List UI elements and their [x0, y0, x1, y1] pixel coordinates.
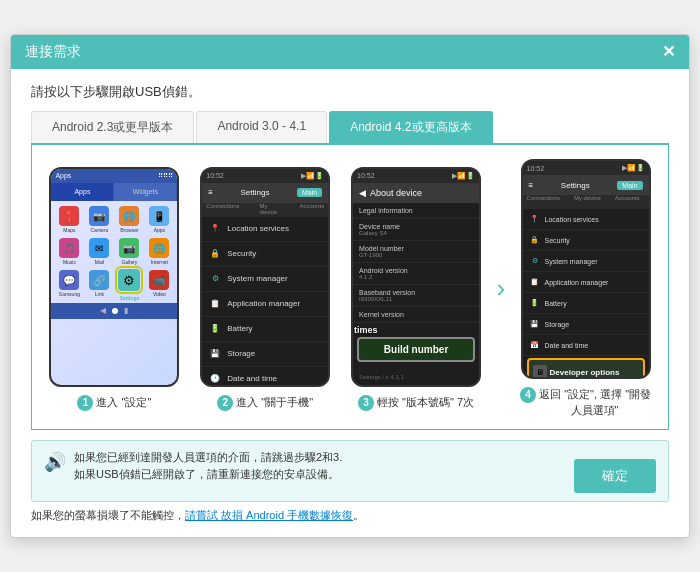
phone2-item-app: 📋 Application manager	[202, 292, 328, 317]
phone-4: 10:52 ▶📶🔋 ≡ Settings Main Connections My…	[521, 159, 651, 379]
tab-bar: Android 2.3或更早版本 Android 3.0 - 4.1 Andro…	[31, 111, 669, 145]
title-bar: 連接需求 ✕	[11, 35, 689, 69]
settings-icon: ⚙	[118, 269, 140, 291]
phone2-item-date: 🕐 Date and time	[202, 367, 328, 385]
step-3-label: 3輕按 "版本號碼" 7次	[358, 395, 474, 411]
close-button[interactable]: ✕	[662, 44, 675, 60]
tab-android23[interactable]: Android 2.3或更早版本	[31, 111, 194, 143]
footer-area: 如果您的螢幕損壞了不能觸控，請嘗試 故損 Android 手機數據恢復。	[31, 508, 669, 527]
step-1: Apps ⠿⠿⠿ Apps Widgets 📍 Maps	[42, 167, 187, 411]
phone-2: 10:52 ▶📶🔋 ≡ Settings Main Connections My…	[200, 167, 330, 387]
app-icon-8: 🌐 Internet	[145, 237, 173, 267]
phone2-item-system: ⚙ System manager	[202, 267, 328, 292]
phone2-screen: 10:52 ▶📶🔋 ≡ Settings Main Connections My…	[202, 169, 328, 385]
phone4-statusbar: 10:52 ▶📶🔋	[523, 161, 649, 175]
phone4-date: 📅 Date and time	[523, 335, 649, 356]
phone4-screen: 10:52 ▶📶🔋 ≡ Settings Main Connections My…	[523, 161, 649, 377]
phone2-item-battery: 🔋 Battery	[202, 317, 328, 342]
phone1-tabs: Apps Widgets	[51, 183, 177, 201]
app-icon-9: 💬 Samsung	[55, 269, 83, 299]
phone3-legal: Legal information	[353, 203, 479, 219]
phone3-model: Model number GT-1900	[353, 241, 479, 263]
footer-text: 如果您的螢幕損壞了不能觸控，請嘗試 故損 Android 手機數據恢復。	[31, 508, 364, 523]
step-1-label: 1進入 "設定"	[77, 395, 151, 411]
phone3-header: ◀ About device	[353, 183, 479, 203]
dialog-title: 連接需求	[25, 43, 81, 61]
app-icon-7: 📷 Gallery	[115, 237, 143, 267]
next-arrow-button[interactable]: ›	[494, 273, 507, 304]
phone2-item-location: 📍 Location services	[202, 217, 328, 242]
app-icon-4: 📱 Apps	[145, 205, 173, 235]
confirm-btn-area: 確定	[574, 449, 656, 493]
phone2-header: ≡ Settings Main	[202, 183, 328, 203]
step-4: 10:52 ▶📶🔋 ≡ Settings Main Connections My…	[513, 159, 658, 418]
app-icon-1: 📍 Maps	[55, 205, 83, 235]
tab-android42[interactable]: Android 4.2或更高版本	[329, 111, 492, 143]
phone3-screen: 10:52 ▶📶🔋 ◀ About device Legal informati…	[353, 169, 479, 385]
phone1-statusbar: Apps ⠿⠿⠿	[51, 169, 177, 183]
connection-dialog: 連接需求 ✕ 請按以下步驟開啟USB偵錯。 Android 2.3或更早版本 A…	[10, 34, 690, 537]
phone3-device-name: Device name Galaxy S4	[353, 219, 479, 241]
phone2-item-storage: 💾 Storage	[202, 342, 328, 367]
phone1-tab-apps: Apps	[51, 183, 114, 201]
subtitle: 請按以下步驟開啟USB偵錯。	[31, 83, 669, 101]
tab-android30[interactable]: Android 3.0 - 4.1	[196, 111, 327, 143]
build-number-highlight: Build number	[357, 337, 475, 362]
phone4-battery: 🔋 Battery	[523, 293, 649, 314]
footer-link[interactable]: 請嘗試 故損 Android 手機數據恢復	[185, 509, 353, 521]
app-icon-5: 🎵 Music	[55, 237, 83, 267]
note-text: 如果您已經到達開發人員選項的介面，請跳過步驟2和3. 如果USB偵錯已經開啟了，…	[74, 449, 342, 484]
app-icon-10: 🔗 Link	[85, 269, 113, 299]
phone4-storage: 💾 Storage	[523, 314, 649, 335]
phone3-statusbar: 10:52 ▶📶🔋	[353, 169, 479, 183]
step-2: 10:52 ▶📶🔋 ≡ Settings Main Connections My…	[193, 167, 338, 411]
dialog-body: 請按以下步驟開啟USB偵錯。 Android 2.3或更早版本 Android …	[11, 69, 689, 536]
app-icon-6: ✉ Mail	[85, 237, 113, 267]
phone4-header: ≡ Settings Main	[523, 175, 649, 195]
phone2-statusbar: 10:52 ▶📶🔋	[202, 169, 328, 183]
phone4-system: ⚙ System manager	[523, 251, 649, 272]
app-icon-2: 📷 Camera	[85, 205, 113, 235]
speaker-icon: 🔊	[44, 451, 66, 473]
steps-row: Apps ⠿⠿⠿ Apps Widgets 📍 Maps	[42, 159, 658, 418]
developer-options-highlight: 🖥 Developer options	[527, 358, 645, 377]
app-icon-3: 🌐 Browser	[115, 205, 143, 235]
step-2-label: 2進入 "關于手機"	[217, 395, 313, 411]
phone-1: Apps ⠿⠿⠿ Apps Widgets 📍 Maps	[49, 167, 179, 387]
phone3-kernel: Kernel version	[353, 307, 479, 323]
phone4-security: 🔒 Security	[523, 230, 649, 251]
phone-3: 10:52 ▶📶🔋 ◀ About device Legal informati…	[351, 167, 481, 387]
step-4-label: 4返回 "設定", 選擇 "開發 人員選項"	[520, 387, 651, 418]
steps-area: Apps ⠿⠿⠿ Apps Widgets 📍 Maps	[31, 145, 669, 429]
app-settings: ⚙ Settings	[115, 269, 143, 299]
phone2-item-security: 🔒 Security	[202, 242, 328, 267]
note-box: 🔊 如果您已經到達開發人員選項的介面，請跳過步驟2和3. 如果USB偵錯已經開啟…	[31, 440, 669, 502]
step-3: 10:52 ▶📶🔋 ◀ About device Legal informati…	[344, 167, 489, 411]
phone1-tab-widgets: Widgets	[114, 183, 177, 201]
phone4-app: 📋 Application manager	[523, 272, 649, 293]
phone4-location: 📍 Location services	[523, 209, 649, 230]
app-icon-12: 📹 Video	[145, 269, 173, 299]
phone3-android-ver: Android version 4.1.2	[353, 263, 479, 285]
phone3-baseband: Baseband version I9300XXLJ1	[353, 285, 479, 307]
tap-7-label: Tap 7 times	[353, 323, 416, 337]
phone1-screen: Apps ⠿⠿⠿ Apps Widgets 📍 Maps	[51, 169, 177, 385]
confirm-button[interactable]: 確定	[574, 459, 656, 493]
